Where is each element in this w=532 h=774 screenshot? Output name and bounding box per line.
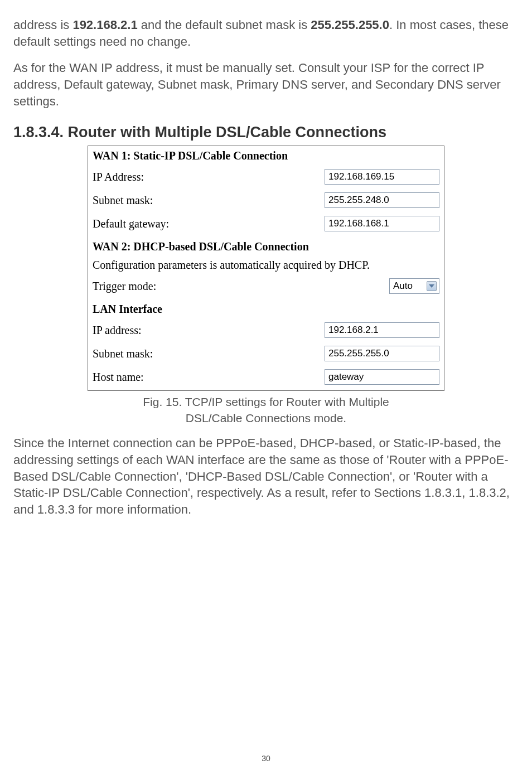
lan-host-input[interactable]: gateway [325, 369, 439, 385]
lan-subnet-row: Subnet mask: 255.255.255.0 [88, 344, 444, 367]
page-number: 30 [0, 754, 532, 763]
lan-header: LAN Interface [88, 299, 444, 320]
caption-line-1: Fig. 15. TCP/IP settings for Router with… [143, 395, 389, 408]
wan2-trigger-label: Trigger mode: [93, 280, 389, 293]
lan-subnet-label: Subnet mask: [93, 347, 325, 360]
wan1-ip-label: IP Address: [93, 171, 325, 183]
subnet-mask-bold: 255.255.255.0 [311, 18, 389, 32]
wan1-ip-input[interactable]: 192.168.169.15 [325, 169, 439, 185]
wan1-gateway-input[interactable]: 192.168.168.1 [325, 216, 439, 231]
wan2-trigger-select[interactable]: Auto [389, 278, 439, 294]
text-fragment: address is [13, 18, 72, 32]
wan1-subnet-row: Subnet mask: 255.255.248.0 [88, 190, 444, 214]
paragraph-intro-2: As for the WAN IP address, it must be ma… [13, 60, 519, 109]
wan1-subnet-label: Subnet mask: [93, 194, 325, 207]
wan2-header: WAN 2: DHCP-based DSL/Cable Connection [88, 237, 444, 258]
wan1-header: WAN 1: Static-IP DSL/Cable Connection [88, 146, 444, 167]
wan2-trigger-row: Trigger mode: Auto [88, 276, 444, 299]
wan1-gateway-row: Default gateway: 192.168.168.1 [88, 214, 444, 237]
chevron-down-icon [427, 281, 437, 291]
lan-ip-label: IP address: [93, 324, 325, 337]
text-fragment: and the default subnet mask is [138, 18, 311, 32]
paragraph-intro-1: address is 192.168.2.1 and the default s… [13, 17, 519, 50]
wan1-ip-row: IP Address: 192.168.169.15 [88, 167, 444, 190]
ip-address-bold: 192.168.2.1 [72, 18, 137, 32]
lan-subnet-input[interactable]: 255.255.255.0 [325, 346, 439, 361]
section-heading: 1.8.3.4. Router with Multiple DSL/Cable … [13, 124, 519, 141]
wan2-note: Configuration parameters is automaticall… [88, 258, 444, 276]
lan-host-label: Host name: [93, 371, 325, 384]
lan-ip-row: IP address: 192.168.2.1 [88, 320, 444, 344]
settings-table: WAN 1: Static-IP DSL/Cable Connection IP… [88, 146, 444, 391]
paragraph-followup: Since the Internet connection can be PPP… [13, 435, 519, 517]
wan1-gateway-label: Default gateway: [93, 217, 325, 230]
caption-line-2: DSL/Cable Connections mode. [186, 412, 346, 424]
wan1-subnet-input[interactable]: 255.255.248.0 [325, 192, 439, 208]
lan-ip-input[interactable]: 192.168.2.1 [325, 322, 439, 338]
figure-caption: Fig. 15. TCP/IP settings for Router with… [13, 394, 519, 426]
lan-host-row: Host name: gateway [88, 367, 444, 390]
wan2-trigger-value: Auto [393, 280, 413, 292]
